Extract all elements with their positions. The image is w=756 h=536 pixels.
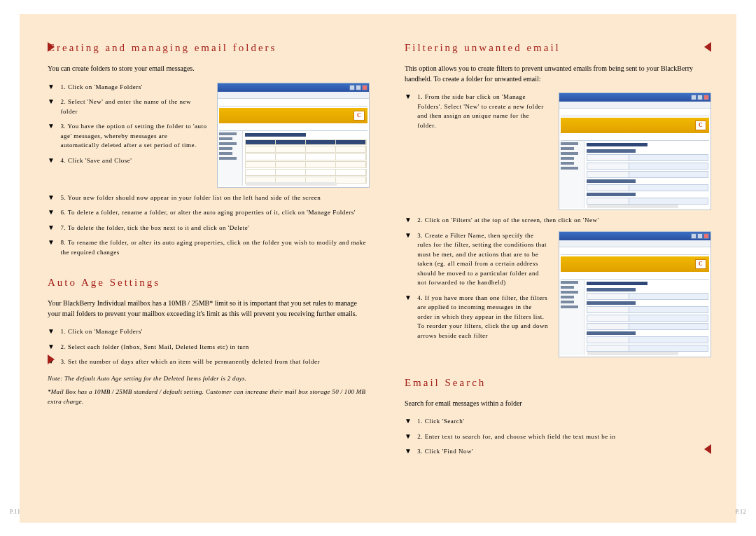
section-creating-folders: Creating and managing email folders You …	[48, 42, 370, 257]
step-item: ▼2. Click on 'Filters' at the top of the…	[405, 216, 711, 226]
intro-text: This option allows you to create filters…	[405, 64, 711, 84]
section-title: Auto Age Settings	[48, 277, 370, 289]
step-item: ▼8. To rename the folder, or alter its a…	[48, 238, 370, 257]
step-item: ▼2. Select each folder (Inbox, Sent Mail…	[48, 343, 370, 352]
screenshot-manage-folders: C	[217, 83, 370, 188]
step-item: ▼1. From the side bar click on 'Manage F…	[405, 92, 549, 130]
step-item: ▼6. To delete a folder, rename a folder,…	[48, 208, 370, 218]
bullet-icon: ▼	[405, 417, 412, 427]
screenshot-filter-rules: C	[559, 231, 711, 357]
bullet-icon: ▼	[48, 97, 55, 116]
step-item: ▼2. Enter text to search for, and choose…	[405, 432, 711, 442]
bullet-icon: ▼	[48, 83, 55, 92]
bullet-icon: ▼	[48, 327, 55, 337]
step-item: ▼1. Click on 'Manage Folders'	[48, 83, 207, 92]
bullet-icon: ▼	[405, 432, 412, 442]
page-number-left: P.11	[10, 509, 20, 515]
step-item: ▼4. If you have more than one filter, th…	[405, 294, 549, 341]
bullet-icon: ▼	[405, 216, 412, 226]
step-item: ▼3. Click 'Find Now'	[405, 447, 711, 457]
intro-text: Your BlackBerry Individual mailbox has a…	[48, 298, 370, 319]
step-item: ▼3. Create a Filter Name, then specify t…	[405, 231, 549, 288]
section-title: Creating and managing email folders	[48, 42, 370, 54]
screenshot-filter-folder: C	[559, 92, 711, 210]
bullet-icon: ▼	[48, 156, 55, 166]
page-number-right: P.12	[735, 509, 746, 515]
step-item: ▼4. Click 'Save and Close'	[48, 156, 207, 166]
bullet-icon: ▼	[48, 343, 55, 352]
marker-triangle	[704, 42, 711, 52]
marker-triangle	[48, 355, 55, 364]
bullet-icon: ▼	[48, 208, 55, 218]
step-item: ▼1. Click on 'Manage Folders'	[48, 327, 370, 337]
bullet-icon: ▼	[48, 224, 55, 233]
step-item: ▼5. Your new folder should now appear in…	[48, 193, 370, 203]
step-item: ▼1. Click 'Search'	[405, 417, 711, 427]
bullet-icon: ▼	[48, 193, 55, 203]
marker-triangle	[48, 42, 55, 52]
page-spread: Creating and managing email folders You …	[20, 14, 736, 523]
section-title: Filtering unwanted email	[405, 42, 711, 54]
bullet-icon: ▼	[48, 238, 55, 257]
section-title: Email Search	[405, 377, 711, 389]
left-column: Creating and managing email folders You …	[48, 42, 370, 502]
intro-text: You can create folders to store your ema…	[48, 64, 370, 74]
marker-triangle	[704, 444, 711, 454]
bullet-icon: ▼	[405, 231, 412, 288]
step-item: ▼7. To delete the folder, tick the box n…	[48, 224, 370, 233]
section-auto-age: Auto Age Settings Your BlackBerry Indivi…	[48, 277, 370, 406]
right-column: Filtering unwanted email This option all…	[405, 42, 711, 502]
step-item: ▼2. Select 'New' and enter the name of t…	[48, 97, 207, 116]
intro-text: Search for email messages within a folde…	[405, 399, 711, 409]
bullet-icon: ▼	[405, 447, 412, 457]
section-filtering: Filtering unwanted email This option all…	[405, 42, 711, 357]
note-text: *Mail Box has a 10MB / 25MB standard / d…	[48, 387, 370, 406]
bullet-icon: ▼	[405, 92, 412, 130]
note-text: Note: The default Auto Age setting for t…	[48, 374, 370, 384]
section-email-search: Email Search Search for email messages w…	[405, 377, 711, 457]
step-item: ▼3. Set the number of days after which a…	[48, 357, 370, 367]
bullet-icon: ▼	[48, 122, 55, 151]
step-item: ▼3. You have the option of setting the f…	[48, 122, 207, 151]
bullet-icon: ▼	[405, 294, 412, 341]
